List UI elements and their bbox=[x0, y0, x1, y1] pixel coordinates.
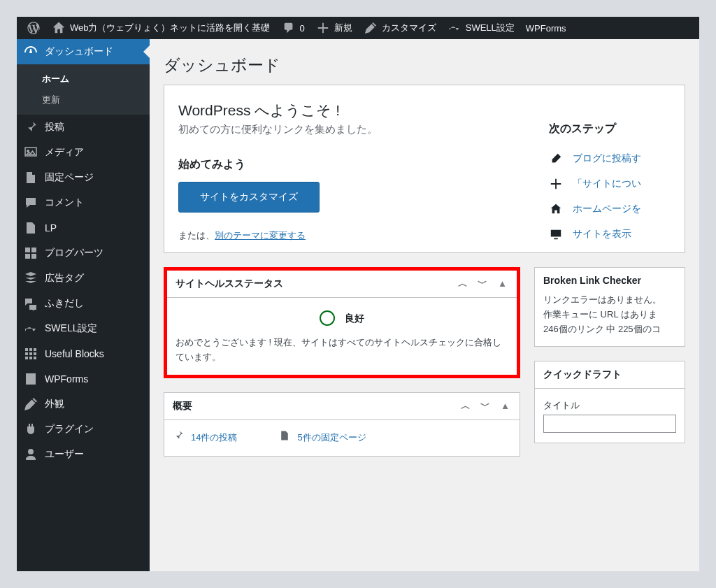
submenu-item-updates[interactable]: 更新 bbox=[17, 89, 150, 110]
sidebar-item-users[interactable]: ユーザー bbox=[17, 442, 150, 467]
toggle-box-icon[interactable]: ▴ bbox=[499, 400, 511, 413]
sidebar-item-wpforms[interactable]: WPForms bbox=[17, 366, 150, 392]
sidebar-item-label: 固定ページ bbox=[45, 171, 94, 184]
overview-posts-label: 14件の投稿 bbox=[191, 431, 237, 445]
comments-link[interactable]: 0 bbox=[276, 17, 310, 39]
wordpress-icon bbox=[27, 21, 41, 35]
welcome-heading: WordPress へようこそ ! bbox=[178, 101, 521, 120]
next-step-label: ブログに投稿す bbox=[573, 152, 641, 165]
sidebar-item-blog-parts[interactable]: ブログパーツ bbox=[17, 241, 150, 266]
get-started-heading: 始めてみよう bbox=[178, 157, 521, 172]
site-health-message: おめでとうございます ! 現在、サイトはすべてのサイトヘルスチェックに合格してい… bbox=[176, 336, 508, 365]
plus-icon bbox=[549, 177, 563, 191]
edit-icon bbox=[549, 152, 563, 166]
comments-count: 0 bbox=[300, 23, 305, 34]
new-label: 新規 bbox=[334, 22, 352, 34]
sidebar-item-pages[interactable]: 固定ページ bbox=[17, 165, 150, 190]
home-icon bbox=[549, 202, 563, 216]
welcome-panel: WordPress へようこそ ! 初めての方に便利なリンクを集めました。 始め… bbox=[164, 85, 685, 253]
sidebar-item-label: プラグイン bbox=[45, 423, 94, 436]
broken-link-checker-box: Broken Link Checker リンクエラーはありません。 作業キューに… bbox=[534, 267, 685, 347]
next-steps-heading: 次のステップ bbox=[549, 122, 671, 136]
admin-bar: Web力（ウェブりょく）ネットに活路を開く基礎 0 新規 カスタマイズ SWEL… bbox=[17, 17, 699, 39]
move-up-icon[interactable]: ︿ bbox=[457, 278, 469, 290]
or-change-theme: または、別のテーマに変更する bbox=[178, 229, 521, 242]
quick-draft-box: クイックドラフト タイトル bbox=[534, 361, 685, 443]
pin-icon bbox=[173, 430, 184, 446]
customize-label: カスタマイズ bbox=[382, 22, 436, 34]
move-down-icon[interactable]: ﹀ bbox=[476, 278, 489, 290]
sidebar-item-dashboard[interactable]: ダッシュボード bbox=[17, 39, 150, 64]
status-label: 良好 bbox=[345, 313, 364, 324]
move-up-icon[interactable]: ︿ bbox=[459, 400, 472, 413]
sidebar-item-lp[interactable]: LP bbox=[17, 215, 150, 241]
page-icon bbox=[279, 430, 290, 446]
box-title: 概要 bbox=[173, 400, 192, 413]
sidebar-item-comments[interactable]: コメント bbox=[17, 190, 150, 215]
wpforms-adminbar-label: WPForms bbox=[526, 23, 566, 34]
sidebar-item-media[interactable]: メディア bbox=[17, 140, 150, 165]
form-icon bbox=[24, 372, 38, 386]
or-prefix: または、 bbox=[178, 230, 215, 241]
sidebar-item-label: ブログパーツ bbox=[45, 247, 103, 259]
stack-icon bbox=[24, 271, 38, 285]
quick-draft-title-input[interactable] bbox=[543, 415, 676, 433]
overview-pages-label: 5件の固定ページ bbox=[297, 431, 366, 445]
site-title: Web力（ウェブりょく）ネットに活路を開く基礎 bbox=[70, 22, 271, 34]
swell-adminbar-label: SWELL設定 bbox=[466, 22, 515, 34]
media-icon bbox=[24, 145, 38, 159]
sidebar-item-swell[interactable]: SWELL設定 bbox=[17, 316, 150, 341]
site-link[interactable]: Web力（ウェブりょく）ネットに活路を開く基礎 bbox=[46, 17, 276, 39]
sidebar-item-label: ユーザー bbox=[45, 448, 84, 461]
user-icon bbox=[24, 447, 38, 461]
customize-site-button[interactable]: サイトをカスタマイズ bbox=[178, 182, 320, 213]
status-circle-icon bbox=[320, 310, 335, 326]
sidebar-item-label: ふきだし bbox=[45, 297, 84, 310]
wp-logo-menu[interactable] bbox=[21, 17, 46, 39]
sidebar-item-posts[interactable]: 投稿 bbox=[17, 115, 150, 140]
next-step-view-site[interactable]: サイトを表示 bbox=[549, 222, 671, 247]
sidebar-item-appearance[interactable]: 外観 bbox=[17, 392, 150, 417]
sidebar-item-label: コメント bbox=[45, 196, 84, 209]
new-content-link[interactable]: 新規 bbox=[310, 17, 358, 39]
overview-posts-link[interactable]: 14件の投稿 bbox=[173, 430, 237, 446]
dashboard-submenu: ホーム 更新 bbox=[17, 64, 150, 115]
sidebar-item-useful-blocks[interactable]: Useful Blocks bbox=[17, 341, 150, 366]
swell-icon bbox=[24, 322, 38, 336]
home-icon bbox=[52, 21, 66, 35]
next-step-label: ホームページを bbox=[573, 203, 641, 215]
page-icon bbox=[24, 221, 38, 235]
welcome-about: 初めての方に便利なリンクを集めました。 bbox=[178, 123, 521, 136]
sidebar-item-plugins[interactable]: プラグイン bbox=[17, 417, 150, 442]
submenu-item-home[interactable]: ホーム bbox=[17, 69, 150, 89]
admin-side-menu: ダッシュボード ホーム 更新 投稿 メディア 固定ページ コメント LP ブロ bbox=[17, 39, 150, 571]
blocks-icon bbox=[24, 347, 38, 361]
box-handle-actions: ︿ ﹀ ▴ bbox=[457, 278, 508, 290]
next-step-write-blog[interactable]: ブログに投稿す bbox=[549, 146, 671, 171]
overview-box: 概要 ︿ ﹀ ▴ 14件の投稿 bbox=[164, 392, 520, 457]
change-theme-link[interactable]: 別のテーマに変更する bbox=[215, 230, 306, 241]
sidebar-item-ad-tags[interactable]: 広告タグ bbox=[17, 266, 150, 291]
blc-line: リンクエラーはありません。 bbox=[543, 293, 676, 308]
main-content: ダッシュボード WordPress へようこそ ! 初めての方に便利なリンクを集… bbox=[150, 39, 699, 571]
toggle-box-icon[interactable]: ▴ bbox=[496, 278, 508, 290]
overview-pages-link[interactable]: 5件の固定ページ bbox=[279, 430, 366, 446]
sidebar-item-label: WPForms bbox=[45, 373, 88, 385]
sidebar-item-label: SWELL設定 bbox=[45, 322, 97, 335]
sidebar-item-balloon[interactable]: ふきだし bbox=[17, 291, 150, 316]
next-step-label: サイトを表示 bbox=[573, 228, 631, 241]
sidebar-item-label: 広告タグ bbox=[45, 272, 84, 285]
swell-adminbar-link[interactable]: SWELL設定 bbox=[442, 17, 520, 39]
box-title: クイックドラフト bbox=[543, 368, 622, 381]
next-step-set-homepage[interactable]: ホームページを bbox=[549, 196, 671, 222]
box-title: Broken Link Checker bbox=[543, 275, 641, 286]
brush-icon bbox=[24, 397, 38, 411]
sidebar-item-label: 投稿 bbox=[45, 121, 64, 134]
customize-link[interactable]: カスタマイズ bbox=[358, 17, 442, 39]
next-step-add-about[interactable]: 「サイトについ bbox=[549, 171, 671, 196]
wpforms-adminbar-link[interactable]: WPForms bbox=[520, 17, 572, 39]
sidebar-item-label: Useful Blocks bbox=[45, 348, 104, 359]
sidebar-item-label: ダッシュボード bbox=[45, 45, 113, 58]
move-down-icon[interactable]: ﹀ bbox=[479, 400, 492, 413]
grid-icon bbox=[24, 246, 38, 260]
